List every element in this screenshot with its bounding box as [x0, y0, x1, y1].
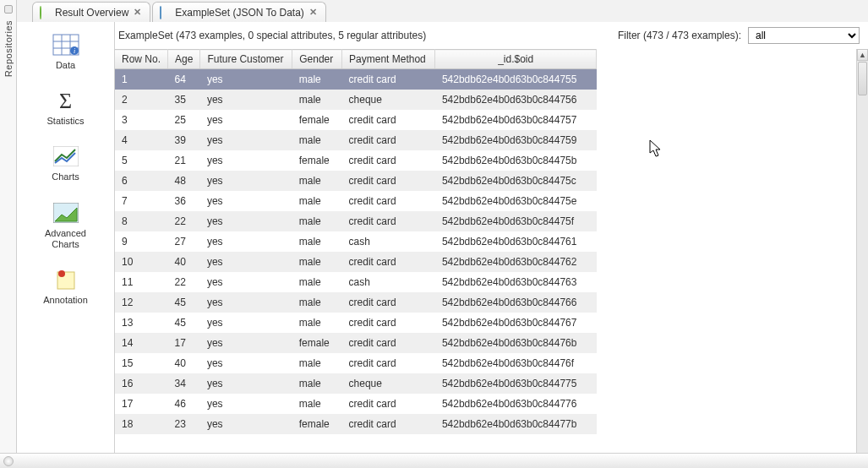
table-row[interactable]: 1634yesmalecheque542bdb62e4b0d63b0c84477… [115, 373, 597, 394]
table-row[interactable]: 521yesfemalecredit card542bdb62e4b0d63b0… [115, 150, 597, 171]
col-future[interactable]: Future Customer [200, 50, 292, 69]
sigma-icon: Σ [51, 88, 81, 113]
cell-payment: cheque [342, 373, 435, 394]
table-row[interactable]: 1746yesmalecredit card542bdb62e4b0d63b0c… [115, 394, 597, 414]
cell-age: 39 [168, 130, 200, 150]
table-row[interactable]: 1345yesmalecredit card542bdb62e4b0d63b0c… [115, 313, 597, 333]
status-knob-icon [3, 456, 14, 466]
cell-oid: 542bdb62e4b0d63b0c84477b [435, 414, 597, 434]
cell-gender: female [292, 150, 342, 171]
cell-oid: 542bdb62e4b0d63b0c844762 [435, 252, 597, 272]
filter-select[interactable]: all [748, 27, 860, 44]
tab-result-overview[interactable]: Result Overview ✕ [32, 2, 150, 22]
cell-age: 21 [168, 150, 200, 171]
col-rowno[interactable]: Row No. [115, 50, 168, 69]
cell-age: 25 [168, 110, 200, 130]
cell-payment: cash [342, 272, 435, 292]
cell-future: yes [200, 150, 292, 171]
cell-payment: credit card [342, 69, 435, 90]
cell-rowno: 6 [115, 171, 168, 191]
cell-age: 45 [168, 313, 200, 333]
status-bar [0, 453, 868, 468]
cell-gender: male [292, 373, 342, 394]
cell-future: yes [200, 69, 292, 90]
cell-rowno: 3 [115, 110, 168, 130]
table-row[interactable]: 1540yesmalecredit card542bdb62e4b0d63b0c… [115, 353, 597, 373]
vertical-scrollbar[interactable]: ▲ ▼ [856, 49, 868, 468]
table-row[interactable]: 235yesmalecheque542bdb62e4b0d63b0c844756 [115, 90, 597, 110]
table-row[interactable]: 822yesmalecredit card542bdb62e4b0d63b0c8… [115, 211, 597, 231]
repositories-icon [4, 5, 13, 14]
cell-rowno: 18 [115, 414, 168, 434]
cell-future: yes [200, 373, 292, 394]
col-payment[interactable]: Payment Method [342, 50, 435, 69]
cell-oid: 542bdb62e4b0d63b0c844763 [435, 272, 597, 292]
table-row[interactable]: 1823yesfemalecredit card542bdb62e4b0d63b… [115, 414, 597, 434]
scroll-thumb[interactable] [858, 62, 867, 95]
close-icon[interactable]: ✕ [134, 7, 141, 18]
table-row[interactable]: 1245yesmalecredit card542bdb62e4b0d63b0c… [115, 292, 597, 313]
result-icon [40, 7, 52, 19]
repositories-rail[interactable]: Repositories [0, 0, 17, 468]
cell-gender: male [292, 292, 342, 313]
cell-payment: credit card [342, 150, 435, 171]
svg-text:i: i [73, 47, 74, 55]
table-row[interactable]: 164yesmalecredit card542bdb62e4b0d63b0c8… [115, 69, 597, 90]
tab-label: ExampleSet (JSON To Data) [175, 7, 304, 19]
table-row[interactable]: 1417yesfemalecredit card542bdb62e4b0d63b… [115, 333, 597, 353]
table-row[interactable]: 1122yesmalecash542bdb62e4b0d63b0c844763 [115, 272, 597, 292]
cell-future: yes [200, 110, 292, 130]
table-row[interactable]: 736yesmalecredit card542bdb62e4b0d63b0c8… [115, 191, 597, 211]
sidebar-item-label: Charts [52, 171, 79, 182]
cell-payment: credit card [342, 353, 435, 373]
cell-rowno: 10 [115, 252, 168, 272]
cell-rowno: 1 [115, 69, 168, 90]
table-row[interactable]: 439yesmalecredit card542bdb62e4b0d63b0c8… [115, 130, 597, 150]
cell-gender: male [292, 353, 342, 373]
data-table: Row No. Age Future Customer Gender Payme… [115, 49, 597, 434]
cell-age: 40 [168, 353, 200, 373]
cell-gender: female [292, 110, 342, 130]
col-gender[interactable]: Gender [292, 50, 342, 69]
cell-oid: 542bdb62e4b0d63b0c844757 [435, 110, 597, 130]
sidebar-item-advanced-charts[interactable]: AdvancedCharts [17, 197, 114, 255]
summary-text: ExampleSet (473 examples, 0 special attr… [118, 30, 426, 41]
col-oid[interactable]: _id.$oid [435, 50, 597, 69]
cell-gender: male [292, 272, 342, 292]
cell-future: yes [200, 333, 292, 353]
col-age[interactable]: Age [168, 50, 200, 69]
cell-payment: credit card [342, 333, 435, 353]
tab-exampleset[interactable]: ExampleSet (JSON To Data) ✕ [152, 2, 326, 22]
close-icon[interactable]: ✕ [309, 7, 317, 18]
cell-future: yes [200, 171, 292, 191]
cell-age: 27 [168, 231, 200, 252]
cell-gender: male [292, 394, 342, 414]
cell-rowno: 14 [115, 333, 168, 353]
table-row[interactable]: 927yesmalecash542bdb62e4b0d63b0c844761 [115, 231, 597, 252]
cell-age: 45 [168, 292, 200, 313]
cell-age: 64 [168, 69, 200, 90]
cell-rowno: 5 [115, 150, 168, 171]
cell-gender: male [292, 130, 342, 150]
cell-gender: male [292, 171, 342, 191]
sidebar-item-charts[interactable]: Charts [17, 140, 114, 188]
cell-future: yes [200, 191, 292, 211]
cell-rowno: 2 [115, 90, 168, 110]
cell-rowno: 9 [115, 231, 168, 252]
sidebar-item-data[interactable]: i Data [17, 29, 114, 76]
sidebar-item-statistics[interactable]: Σ Statistics [17, 84, 114, 132]
cell-oid: 542bdb62e4b0d63b0c844761 [435, 231, 597, 252]
table-row[interactable]: 1040yesmalecredit card542bdb62e4b0d63b0c… [115, 252, 597, 272]
cell-oid: 542bdb62e4b0d63b0c844756 [435, 90, 597, 110]
table-row[interactable]: 325yesfemalecredit card542bdb62e4b0d63b0… [115, 110, 597, 130]
table-header-row: Row No. Age Future Customer Gender Payme… [115, 50, 597, 69]
cell-oid: 542bdb62e4b0d63b0c84475b [435, 150, 597, 171]
cell-future: yes [200, 414, 292, 434]
scroll-up-arrow-icon[interactable]: ▲ [857, 49, 868, 61]
repositories-label: Repositories [3, 20, 14, 77]
cell-age: 23 [168, 414, 200, 434]
sidebar-item-annotation[interactable]: Annotation [17, 264, 114, 311]
table-row[interactable]: 648yesmalecredit card542bdb62e4b0d63b0c8… [115, 171, 597, 191]
cell-payment: credit card [342, 191, 435, 211]
cell-future: yes [200, 90, 292, 110]
